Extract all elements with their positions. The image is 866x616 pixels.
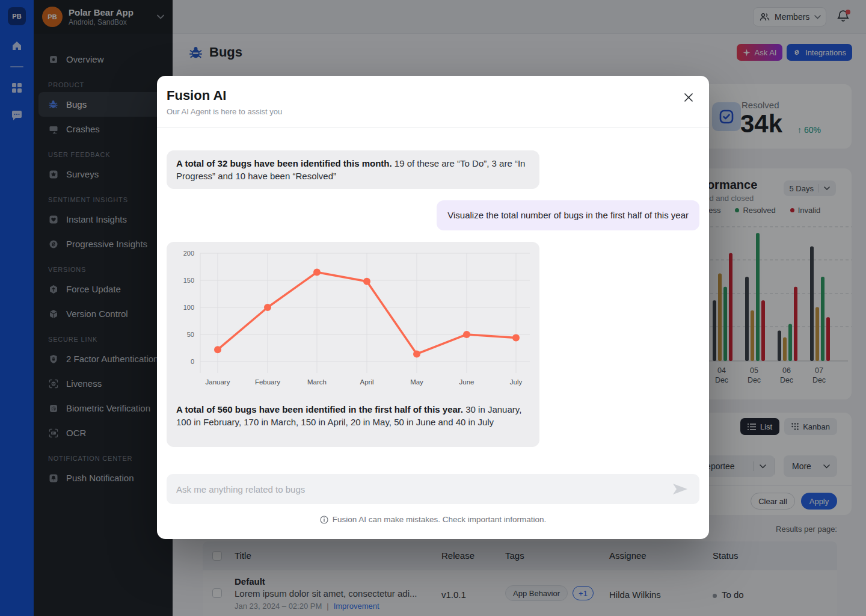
close-icon[interactable] (683, 91, 695, 103)
user-message: Visualize the total number of bugs in th… (437, 200, 699, 230)
modal-header: Fusion AI Our AI Agent is here to assist… (157, 76, 709, 128)
line-chart-svg: 050100150200JanuaryFebuaryMarchAprilMayJ… (167, 242, 539, 392)
svg-text:0: 0 (191, 358, 194, 365)
svg-text:150: 150 (183, 277, 194, 284)
chat-input-wrap (167, 474, 699, 504)
ai-message: A total of 32 bugs have been identified … (167, 150, 539, 189)
modal-title: Fusion AI (167, 88, 695, 103)
chart-caption: A total of 560 bugs have been identified… (167, 392, 539, 428)
send-icon[interactable] (673, 484, 687, 494)
modal-subtitle: Our AI Agent is here to assist you (167, 107, 695, 116)
svg-text:June: June (459, 378, 474, 386)
svg-text:March: March (307, 378, 327, 386)
info-icon (320, 516, 328, 524)
fusion-ai-modal: Fusion AI Our AI Agent is here to assist… (157, 76, 709, 539)
svg-text:July: July (510, 378, 523, 386)
chat-input[interactable] (167, 474, 699, 504)
bugs-line-chart: 050100150200JanuaryFebuaryMarchAprilMayJ… (167, 242, 539, 392)
modal-disclaimer: Fusion AI can make mistakes. Check impor… (157, 515, 709, 524)
svg-text:200: 200 (183, 250, 194, 257)
svg-text:100: 100 (183, 304, 194, 311)
ai-chart-message: 050100150200JanuaryFebuaryMarchAprilMayJ… (167, 242, 539, 447)
svg-text:January: January (206, 378, 230, 386)
svg-text:April: April (360, 378, 373, 386)
svg-text:May: May (410, 378, 423, 386)
svg-text:Febuary: Febuary (255, 378, 280, 386)
svg-text:50: 50 (187, 331, 194, 338)
app-screen: PB PB Polar Bear App Android, SandBox (0, 0, 866, 616)
